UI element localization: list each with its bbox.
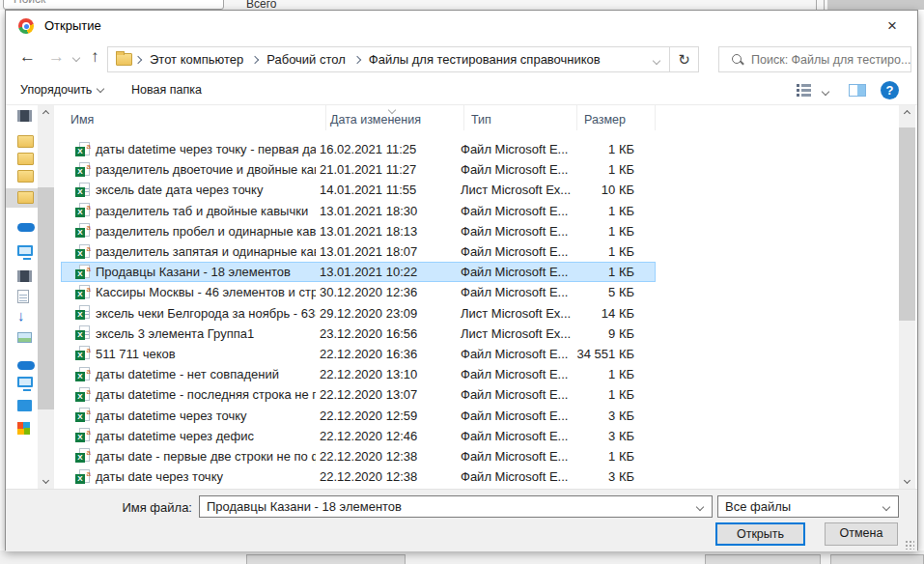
file-name: даты datetime через дефис (91, 429, 316, 443)
file-row[interactable]: aXдаты date через точку22.12.2020 12:38Ф… (61, 466, 656, 487)
file-date: 13.01.2021 18:13 (316, 224, 454, 239)
breadcrumb-current-folder[interactable]: Файлы для тестирования справочников (363, 52, 606, 67)
file-size: 1 КБ (567, 387, 644, 402)
chevron-right-icon (251, 55, 259, 63)
file-row[interactable]: aX511 711 чеков22.12.2020 16:36Файл Micr… (61, 344, 656, 364)
file-row[interactable]: aXдаты datetime через дефис22.12.2020 12… (61, 426, 656, 446)
cloud-icon[interactable] (17, 361, 35, 370)
view-details-icon[interactable] (797, 84, 811, 97)
videos-icon[interactable] (17, 270, 32, 282)
folder-icon[interactable] (17, 153, 34, 165)
file-name: даты datetime через точку (91, 409, 316, 423)
this-pc-icon[interactable] (17, 245, 33, 256)
file-row[interactable]: aXдаты datetime - нет совпадений22.12.20… (61, 364, 656, 384)
scroll-up-button[interactable] (38, 105, 54, 122)
filetype-value: Все файлы (725, 499, 791, 514)
file-size: 1 КБ (567, 367, 644, 381)
forward-button[interactable]: → (48, 47, 65, 67)
file-type: Файл Microsoft E... (454, 162, 567, 177)
refresh-button[interactable]: ↻ (670, 46, 699, 72)
scrollbar-thumb[interactable] (899, 127, 915, 321)
breadcrumb-this-pc[interactable]: Этот компьютер (144, 52, 249, 67)
new-folder-button[interactable]: Новая папка (131, 83, 202, 97)
help-button[interactable]: ? (881, 81, 899, 99)
column-header-name[interactable]: Имя (56, 105, 326, 130)
cancel-button[interactable]: Отмена (825, 522, 898, 546)
open-button[interactable]: Открыть (715, 522, 805, 546)
background-fragment (705, 554, 821, 564)
file-date: 30.12.2020 12:36 (316, 285, 454, 299)
excel-csv-icon: aX (75, 265, 91, 280)
file-name: Продавцы Казани - 18 элементов (91, 265, 316, 279)
excel-csv-icon: aX (75, 244, 91, 260)
search-box[interactable]: Поиск: Файлы для тестиро... (718, 46, 911, 72)
downloads-icon[interactable]: ↓ (17, 309, 37, 324)
file-type: Файл Microsoft E... (454, 347, 567, 361)
scroll-down-button[interactable] (899, 472, 915, 489)
file-date: 13.01.2021 18:07 (316, 244, 454, 259)
documents-icon[interactable] (17, 290, 29, 303)
file-row[interactable]: aXдаты date - первые две строки не по ф.… (61, 446, 656, 466)
address-dropdown-icon[interactable] (653, 57, 660, 65)
main-area: ↓ Имя Дата изменения Тип Размер aXдаты d… (6, 105, 917, 489)
search-icon (731, 53, 744, 67)
filename-input[interactable]: Продавцы Казани - 18 элементов (199, 495, 713, 518)
folder-icon[interactable] (17, 135, 34, 148)
scrollbar-thumb[interactable] (38, 187, 54, 409)
excel-csv-icon: aX (75, 285, 91, 300)
scroll-up-button[interactable] (899, 105, 915, 122)
file-date: 13.01.2021 10:22 (316, 265, 454, 279)
file-row[interactable]: aXразделитель двоеточие и двойные кав...… (61, 159, 656, 180)
file-row[interactable]: aXразделитель таб и двойные кавычки13.01… (61, 201, 656, 221)
navigation-pane[interactable]: ↓ (6, 105, 38, 489)
file-list: Имя Дата изменения Тип Размер aXдаты dat… (56, 105, 899, 489)
file-row[interactable]: Xэксель 3 элемента Группа123.12.2020 16:… (61, 324, 656, 344)
view-dropdown-icon[interactable] (822, 88, 829, 96)
file-size: 1 КБ (567, 449, 644, 464)
breadcrumb-desktop[interactable]: Рабочий стол (261, 52, 351, 67)
folder-icon[interactable] (17, 191, 34, 204)
file-row[interactable]: aXКассиры Москвы - 46 элементов и стр...… (61, 282, 656, 302)
sidebar-scrollbar[interactable] (38, 105, 54, 489)
folder-icon[interactable] (17, 170, 34, 183)
history-dropdown-icon[interactable] (72, 54, 80, 62)
filetype-select[interactable]: Все файлы (717, 495, 899, 518)
file-row[interactable]: Xэксель чеки Белгорода за ноябрь - 638 .… (61, 303, 656, 324)
address-bar[interactable]: Этот компьютер Рабочий стол Файлы для те… (107, 46, 670, 72)
column-header-type[interactable]: Тип (464, 105, 577, 130)
network-icon[interactable] (17, 422, 30, 435)
desktop-icon[interactable] (17, 377, 33, 387)
file-name: эксель 3 элемента Группа1 (91, 326, 316, 341)
organize-button[interactable]: Упорядочить (20, 83, 103, 97)
file-row[interactable]: aXдаты datetime через точку - первая дат… (61, 139, 656, 159)
resize-grip[interactable] (905, 540, 914, 550)
file-row[interactable]: aXразделитель запятая и одинарные кавы..… (61, 241, 656, 262)
onedrive-icon[interactable] (17, 223, 35, 232)
preview-pane-icon[interactable] (849, 84, 866, 97)
file-row[interactable]: aXдаты datetime - последняя строка не п.… (61, 384, 656, 405)
up-button[interactable]: ↑ (91, 47, 99, 67)
excel-csv-icon: aX (75, 367, 91, 382)
file-name: разделитель пробел и одинарные кавы... (91, 224, 316, 239)
column-header-size[interactable]: Размер (577, 105, 656, 130)
list-scrollbar[interactable] (899, 105, 915, 489)
file-size: 1 КБ (567, 224, 644, 239)
close-button[interactable]: × (879, 14, 906, 38)
chrome-icon (18, 18, 34, 34)
drive-icon[interactable] (17, 400, 32, 411)
excel-csv-icon: aX (75, 162, 91, 178)
file-size: 3 КБ (567, 429, 644, 443)
file-row[interactable]: aXразделитель пробел и одинарные кавы...… (61, 221, 656, 241)
back-button[interactable]: ← (19, 47, 36, 67)
file-row[interactable]: aXПродавцы Казани - 18 элементов13.01.20… (61, 262, 656, 282)
excel-csv-icon: aX (75, 408, 91, 423)
file-type: Файл Microsoft E... (454, 367, 567, 381)
file-name: 511 711 чеков (91, 347, 316, 361)
file-type: Файл Microsoft E... (454, 285, 567, 299)
scroll-down-button[interactable] (38, 472, 54, 489)
file-row[interactable]: aXдаты datetime через точку22.12.2020 12… (61, 405, 656, 425)
file-row[interactable]: Xэксель date дата через точку14.01.2021 … (61, 180, 656, 200)
film-icon[interactable] (17, 110, 32, 122)
pictures-icon[interactable] (17, 332, 32, 343)
file-type: Файл Microsoft E... (454, 449, 567, 464)
